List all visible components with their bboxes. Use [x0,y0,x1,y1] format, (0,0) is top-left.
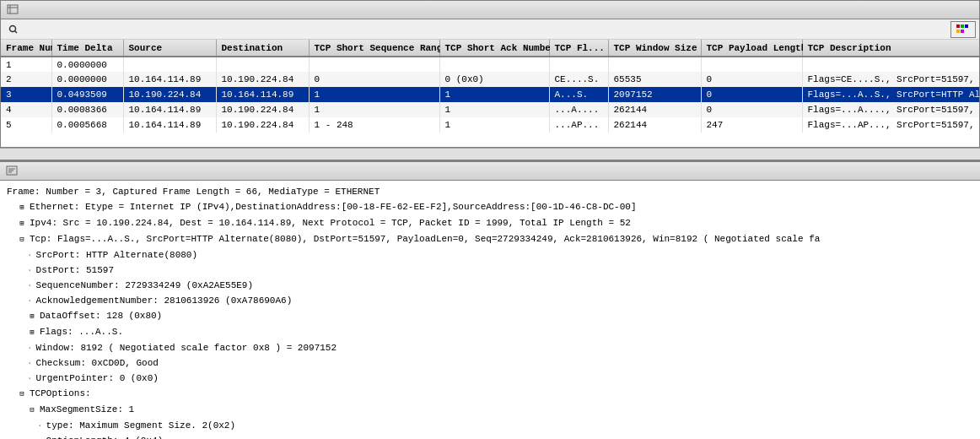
table-cell: ...A.... [549,102,608,117]
expand-icon: ⊞ [17,201,27,214]
expand-icon: ⊞ [27,326,37,339]
table-row[interactable]: 50.000566810.164.114.8910.190.224.841 - … [1,117,979,133]
leaf-indicator: · [27,373,33,383]
frame-summary-panel: Frame NumberTime DeltaSourceDestinationT… [0,0,980,148]
column-header[interactable]: TCP Short Ack Number [439,40,549,57]
table-cell: 0.0005668 [51,117,123,133]
svg-rect-5 [956,24,960,28]
table-cell: 0 [701,87,802,102]
column-header[interactable]: Frame Number [1,40,51,57]
expand-icon: ⊟ [27,404,37,417]
frame-details-content[interactable]: Frame: Number = 3, Captured Frame Length… [0,181,980,439]
detail-line[interactable]: ⊟Tcp: Flags=...A..S., SrcPort=HTTP Alter… [0,231,980,247]
table-cell: 2 [1,72,51,87]
table-cell: 1 [439,87,549,102]
detail-line: ·UrgentPointer: 0 (0x0) [0,371,980,386]
table-cell: 0.0008366 [51,102,123,117]
table-cell [216,57,309,72]
table-cell: 5 [1,117,51,133]
detail-line: ·type: Maximum Segment Size. 2(0x2) [0,418,980,433]
detail-line[interactable]: ⊞Ipv4: Src = 10.190.224.84, Dest = 10.16… [0,215,980,231]
expand-icon: ⊟ [17,233,27,247]
leaf-indicator: · [27,280,33,290]
table-cell [802,57,979,72]
detail-text: OptionLength: 4 (0x4) [46,436,164,439]
column-header[interactable]: TCP Window Size [608,40,701,57]
table-cell: 262144 [608,117,701,133]
table-cell: 1 [439,117,549,133]
detail-text: Ethernet: Etype = Internet IP (IPv4),Des… [30,202,637,212]
detail-line: Frame: Number = 3, Captured Frame Length… [0,184,980,199]
svg-rect-8 [956,30,960,33]
hscroll-bar[interactable] [0,148,980,160]
svg-rect-0 [8,5,18,14]
detail-line[interactable]: ⊞DataOffset: 128 (0x80) [0,308,980,324]
table-cell: 10.164.114.89 [123,117,216,133]
table-cell: 3 [1,87,51,102]
expand-icon: ⊞ [27,310,37,323]
detail-text: Ipv4: Src = 10.190.224.84, Dest = 10.164… [30,218,631,228]
detail-text: Window: 8192 ( Negotiated scale factor 0… [36,343,337,353]
svg-point-3 [10,25,16,31]
table-row[interactable]: 40.000836610.164.114.8910.190.224.8411..… [1,102,979,117]
table-cell: Flags=...AP..., SrcPort=51597, DstPort=H… [802,117,979,133]
detail-line: ·OptionLength: 4 (0x4) [0,433,980,439]
detail-line: ·AcknowledgementNumber: 2810613926 (0xA7… [0,293,980,308]
detail-text: TCPOptions: [30,388,91,398]
detail-line[interactable]: ⊟TCPOptions: [0,386,980,402]
column-header[interactable]: Destination [216,40,309,57]
leaf-indicator: · [37,420,43,431]
table-cell: 4 [1,102,51,117]
table-cell: 10.164.114.89 [216,87,309,102]
expand-icon: ⊞ [17,217,27,230]
frame-summary-table-container[interactable]: Frame NumberTime DeltaSourceDestinationT… [1,40,979,147]
column-header[interactable]: TCP Payload Length [701,40,802,57]
detail-line[interactable]: ⊞Flags: ...A..S. [0,324,980,340]
down-button[interactable] [26,21,35,38]
color-rule-icon [956,24,968,35]
table-row[interactable]: 20.000000010.164.114.8910.190.224.8400 (… [1,72,979,87]
table-cell [309,57,439,72]
leaf-indicator: · [27,295,33,306]
up-button[interactable] [36,21,45,38]
frame-details-panel: Frame: Number = 3, Captured Frame Length… [0,160,980,439]
detail-text: SrcPort: HTTP Alternate(8080) [36,250,197,260]
table-body: 10.000000020.000000010.164.114.8910.190.… [1,57,979,133]
leaf-indicator: · [27,265,33,275]
table-cell: 0.0493509 [51,87,123,102]
table-cell: 247 [701,117,802,133]
detail-text: type: Maximum Segment Size. 2(0x2) [46,420,235,431]
table-cell: 1 [309,87,439,102]
table-cell: 1 [309,102,439,117]
table-cell: 2097152 [608,87,701,102]
table-cell [549,57,608,72]
table-cell [608,57,701,72]
table-row[interactable]: 30.049350910.190.224.8410.164.114.8911A.… [1,87,979,102]
column-header[interactable]: Time Delta [51,40,123,57]
table-cell: 1 - 248 [309,117,439,133]
table-cell: 10.190.224.84 [216,72,309,87]
table-cell: Flags=...A..S., SrcPort=HTTP Alternate(8… [802,87,979,102]
column-header[interactable]: TCP Description [802,40,979,57]
leaf-indicator: · [37,436,43,439]
table-row[interactable]: 10.0000000 [1,57,979,72]
table-cell [701,57,802,72]
detail-line[interactable]: ⊟MaxSegmentSize: 1 [0,402,980,418]
detail-line[interactable]: ⊞Ethernet: Etype = Internet IP (IPv4),De… [0,199,980,215]
table-cell [123,57,216,72]
table-cell: 10.190.224.84 [216,102,309,117]
color-rule-button[interactable] [950,21,976,38]
column-header[interactable]: TCP Fl... [549,40,608,57]
detail-text: MaxSegmentSize: 1 [40,404,134,415]
find-button[interactable] [4,21,24,38]
table-cell: ...AP... [549,117,608,133]
frame-details-icon [5,165,19,178]
detail-text: Tcp: Flags=...A..S., SrcPort=HTTP Altern… [30,234,820,244]
expand-icon: ⊟ [17,388,27,401]
table-cell: 0 (0x0) [439,72,549,87]
column-header[interactable]: TCP Short Sequence Range [309,40,439,57]
column-header[interactable]: Source [123,40,216,57]
detail-text: SequenceNumber: 2729334249 (0xA2AE55E9) [36,280,253,290]
detail-text: Frame: Number = 3, Captured Frame Length… [7,187,380,197]
table-cell: A...S. [549,87,608,102]
